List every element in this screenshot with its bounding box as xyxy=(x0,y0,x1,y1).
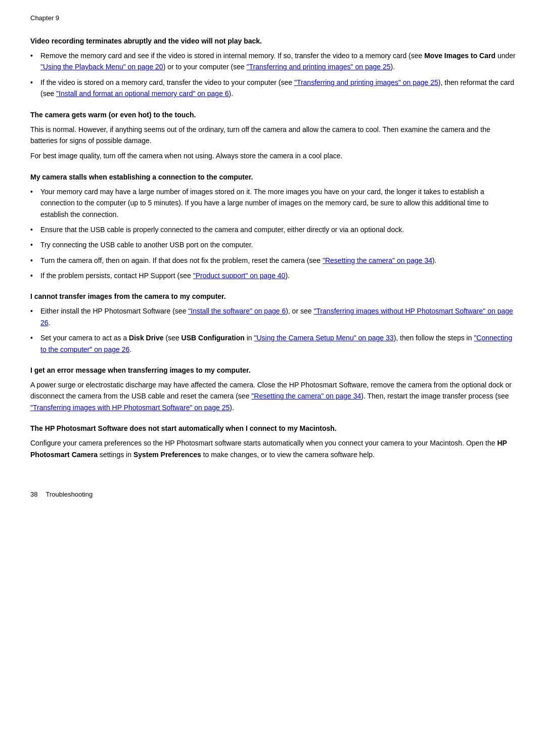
list-item: If the problem persists, contact HP Supp… xyxy=(30,270,516,281)
section-hp-photosmart-auto: The HP Photosmart Software does not star… xyxy=(30,424,516,460)
internal-link[interactable]: "Product support" on page 40 xyxy=(193,272,286,280)
page-number: 38 xyxy=(30,491,37,498)
paragraph-1-0: This is normal. However, if anything see… xyxy=(30,124,516,147)
section-title-camera-stalls: My camera stalls when establishing a con… xyxy=(30,173,516,181)
bullet-list-video-recording: Remove the memory card and see if the vi… xyxy=(30,50,516,100)
list-item: Your memory card may have a large number… xyxy=(30,186,516,220)
internal-link[interactable]: "Using the Playback Menu" on page 20 xyxy=(40,63,163,71)
page-footer: 38 Troubleshooting xyxy=(30,491,516,498)
bullet-list-cannot-transfer: Either install the HP Photosmart Softwar… xyxy=(30,305,516,355)
list-item: Remove the memory card and see if the vi… xyxy=(30,50,516,73)
internal-link[interactable]: "Transferring and printing images" on pa… xyxy=(294,78,438,86)
chapter-label: Chapter 9 xyxy=(30,14,59,22)
bold-text: System Preferences xyxy=(133,451,201,459)
paragraph-4-0: A power surge or electrostatic discharge… xyxy=(30,379,516,413)
paragraph-1-1: For best image quality, turn off the cam… xyxy=(30,150,516,161)
bold-text: USB Configuration xyxy=(181,334,245,342)
internal-link[interactable]: "Using the Camera Setup Menu" on page 33 xyxy=(254,334,394,342)
section-title-cannot-transfer: I cannot transfer images from the camera… xyxy=(30,292,516,300)
content-area: Video recording terminates abruptly and … xyxy=(30,37,516,460)
section-camera-warm: The camera gets warm (or even hot) to th… xyxy=(30,111,516,162)
list-item: Set your camera to act as a Disk Drive (… xyxy=(30,332,516,355)
bold-text: Move Images to Card xyxy=(424,52,495,60)
paragraph-5-0: Configure your camera preferences so the… xyxy=(30,437,516,460)
section-title-camera-warm: The camera gets warm (or even hot) to th… xyxy=(30,111,516,119)
section-title-hp-photosmart-auto: The HP Photosmart Software does not star… xyxy=(30,424,516,432)
internal-link[interactable]: "Transferring images with HP Photosmart … xyxy=(30,404,230,412)
section-title-error-message: I get an error message when transferring… xyxy=(30,366,516,374)
list-item: Try connecting the USB cable to another … xyxy=(30,239,516,250)
internal-link[interactable]: "Install the software" on page 6 xyxy=(188,307,286,315)
list-item: Ensure that the USB cable is properly co… xyxy=(30,224,516,235)
section-error-message: I get an error message when transferring… xyxy=(30,366,516,413)
chapter-header: Chapter 9 xyxy=(30,14,516,22)
section-cannot-transfer: I cannot transfer images from the camera… xyxy=(30,292,516,355)
footer-label: Troubleshooting xyxy=(46,491,93,498)
section-camera-stalls: My camera stalls when establishing a con… xyxy=(30,173,516,282)
section-title-video-recording: Video recording terminates abruptly and … xyxy=(30,37,516,45)
list-item: If the video is stored on a memory card,… xyxy=(30,77,516,100)
bullet-list-camera-stalls: Your memory card may have a large number… xyxy=(30,186,516,282)
internal-link[interactable]: "Install and format an optional memory c… xyxy=(56,90,229,98)
bold-text: Disk Drive xyxy=(129,334,163,342)
internal-link[interactable]: "Resetting the camera" on page 34 xyxy=(251,392,361,400)
list-item: Either install the HP Photosmart Softwar… xyxy=(30,305,516,328)
internal-link[interactable]: "Resetting the camera" on page 34 xyxy=(323,256,432,264)
section-video-recording: Video recording terminates abruptly and … xyxy=(30,37,516,100)
list-item: Turn the camera off, then on again. If t… xyxy=(30,255,516,266)
bold-text: HP Photosmart Camera xyxy=(30,439,507,458)
internal-link[interactable]: "Transferring and printing images" on pa… xyxy=(247,63,391,71)
